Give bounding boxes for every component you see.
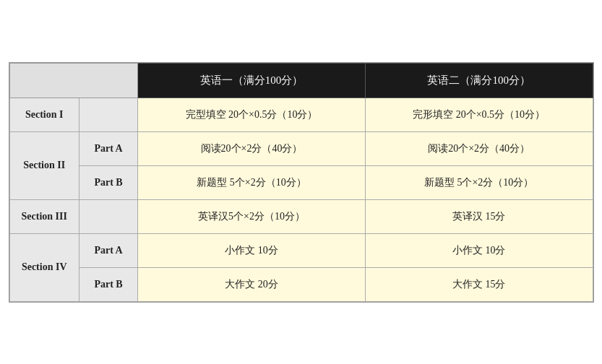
main-table-wrapper: 英语一（满分100分） 英语二（满分100分） Section I完型填空 20… (9, 62, 594, 303)
header-eng1: 英语一（满分100分） (138, 63, 366, 98)
table-row: Section IIPart A阅读20个×2分（40分）阅读20个×2分（40… (9, 131, 593, 165)
eng1-cell: 阅读20个×2分（40分） (138, 131, 366, 165)
table-row: Part B大作文 20分大作文 15分 (9, 267, 593, 301)
eng1-cell: 英译汉5个×2分（10分） (138, 199, 366, 233)
part-cell: Part B (79, 165, 137, 199)
table-row: Part B新题型 5个×2分（10分）新题型 5个×2分（10分） (9, 165, 593, 199)
eng1-cell: 大作文 20分 (138, 267, 366, 301)
part-cell: Part A (79, 131, 137, 165)
eng2-cell: 小作文 10分 (365, 233, 593, 267)
table-row: Section III英译汉5个×2分（10分）英译汉 15分 (9, 199, 593, 233)
table-row: Section IVPart A小作文 10分小作文 10分 (9, 233, 593, 267)
eng1-cell: 新题型 5个×2分（10分） (138, 165, 366, 199)
section-cell: Section IV (9, 233, 79, 301)
eng1-cell: 小作文 10分 (138, 233, 366, 267)
eng2-cell: 英译汉 15分 (365, 199, 593, 233)
eng2-cell: 大作文 15分 (365, 267, 593, 301)
eng1-cell: 完型填空 20个×0.5分（10分） (138, 98, 366, 131)
header-empty (9, 63, 138, 98)
section-cell: Section II (9, 131, 79, 199)
part-cell (79, 98, 137, 131)
section-cell: Section III (9, 199, 79, 233)
table-row: Section I完型填空 20个×0.5分（10分）完形填空 20个×0.5分… (9, 98, 593, 131)
part-cell: Part B (79, 267, 137, 301)
eng2-cell: 完形填空 20个×0.5分（10分） (365, 98, 593, 131)
header-eng2: 英语二（满分100分） (365, 63, 593, 98)
header-row: 英语一（满分100分） 英语二（满分100分） (9, 63, 593, 98)
part-cell: Part A (79, 233, 137, 267)
section-cell: Section I (9, 98, 79, 131)
part-cell (79, 199, 137, 233)
eng2-cell: 新题型 5个×2分（10分） (365, 165, 593, 199)
eng2-cell: 阅读20个×2分（40分） (365, 131, 593, 165)
